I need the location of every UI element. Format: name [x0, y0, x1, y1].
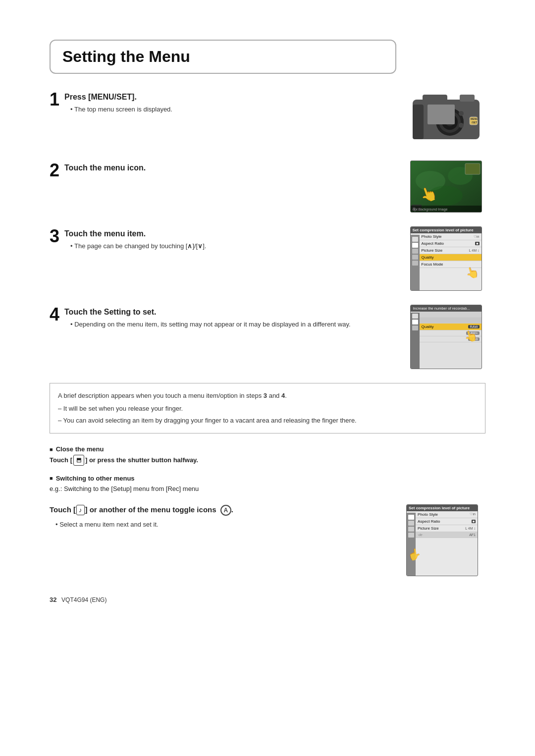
svg-text:dpr.Background Image: dpr.Background Image — [413, 208, 448, 212]
toggle-screen-sidebar — [407, 513, 416, 576]
step-3-number: 3 — [50, 226, 59, 246]
step-3-bullet-1: The page can be changed by touching [∧]/… — [70, 241, 206, 251]
svg-point-13 — [459, 123, 464, 128]
svg-rect-8 — [428, 105, 455, 124]
toggle-screen-items: Photo Style ♡ın Aspect Ratio ■ Picture S… — [416, 511, 478, 538]
step-2: 2 Touch the menu icon. — [50, 161, 485, 213]
step-2-number: 2 — [50, 161, 59, 180]
svg-rect-7 — [460, 95, 475, 102]
svg-text:/SET: /SET — [472, 121, 477, 124]
t-menu-item-2: Aspect Ratio ■ — [416, 518, 478, 525]
close-menu-heading: Close the menu — [50, 445, 485, 453]
touch-hand-toggle: 👆 — [407, 547, 422, 562]
t-menu-item-3: Picture Size L 4M ↕ — [416, 525, 478, 532]
notice-main: A brief description appears when you tou… — [58, 390, 477, 401]
title-box: Setting the Menu — [50, 40, 396, 74]
svg-text:MENU: MENU — [471, 117, 478, 120]
page-code: VQT4G94 (ENG) — [61, 596, 107, 603]
step-1: 1 Press [MENU/SET]. The top menu screen … — [50, 90, 485, 147]
svg-rect-20 — [465, 163, 480, 174]
notice-sub2: – You can avoid selecting an item by dra… — [58, 415, 477, 426]
step-1-number: 1 — [50, 90, 59, 109]
step-3: 3 Touch the menu item. The page can be c… — [50, 226, 485, 291]
camera-svg: MENU /SET — [408, 90, 484, 147]
setting-header: Increase the number of recordab... — [411, 305, 482, 312]
step-4-heading: Touch the Setting to set. — [64, 305, 351, 317]
menu-sidebar — [411, 235, 420, 290]
step-4: 4 Touch the Setting to set. Depending on… — [50, 305, 485, 369]
toggle-heading: Touch [♪] or another of the menu toggle … — [50, 504, 394, 516]
menu-item-3: Picture Size L 4M ↕ — [420, 247, 482, 254]
setting-sidebar — [411, 313, 420, 369]
step-1-illustration: MENU /SET — [406, 90, 485, 147]
t-menu-item-1: Photo Style ♡ın — [416, 511, 478, 518]
step-2-illustration: ⊞ dpr.Background Image 👆 — [406, 161, 485, 213]
step-1-bullet-1: The top menu screen is displayed. — [70, 105, 172, 114]
step-3-heading: Touch the menu item. — [64, 226, 206, 238]
menu-items: Photo Style ♡ın Aspect Ratio ■ Picture S… — [420, 233, 482, 268]
circle-a-marker: A — [220, 505, 231, 516]
step-2-heading: Touch the menu icon. — [64, 161, 146, 172]
notice-box: A brief description appears when you tou… — [50, 383, 485, 433]
t-menu-item-4: ·de AF1 — [416, 532, 478, 538]
menu-screen-header: Set compression level of picture — [411, 227, 482, 233]
step-4-illustration: Increase the number of recordab... Quali… — [406, 305, 485, 369]
page-title: Setting the Menu — [62, 48, 383, 66]
notice-sub1: – It will be set when you release your f… — [58, 403, 477, 414]
svg-rect-1 — [413, 105, 424, 139]
switching-example: e.g.: Switching to the [Setup] menu from… — [50, 484, 485, 494]
page-footer: 32 VQT4G94 (ENG) — [50, 596, 485, 603]
step-3-illustration: Set compression level of picture Photo S… — [406, 226, 485, 291]
switching-heading: Switching to other menus — [50, 475, 485, 482]
menu-item-2: Aspect Ratio ■ — [420, 240, 482, 247]
menu-item-4-quality: Quality — [420, 254, 482, 261]
toggle-illustration: Set compression level of picture Photo S… — [406, 504, 485, 576]
toggle-section: Touch [♪] or another of the menu toggle … — [50, 504, 485, 576]
step-4-number: 4 — [50, 305, 59, 324]
close-menu-instruction: Touch [⬒] or press the shutter button ha… — [50, 455, 485, 466]
shutter-icon: ⬒ — [73, 455, 84, 466]
menu-item-1: Photo Style ♡ın — [420, 233, 482, 240]
toggle-icon: ♪ — [76, 505, 85, 516]
svg-point-12 — [459, 111, 464, 116]
step-1-heading: Press [MENU/SET]. — [64, 90, 172, 102]
toggle-bullet: Select a menu item next and set it. — [55, 520, 394, 530]
step-4-bullet-1: Depending on the menu item, its setting … — [70, 320, 351, 329]
touch-hand-step3: 👆 — [464, 265, 481, 281]
page-number: 32 — [50, 596, 56, 603]
svg-rect-2 — [423, 95, 447, 104]
